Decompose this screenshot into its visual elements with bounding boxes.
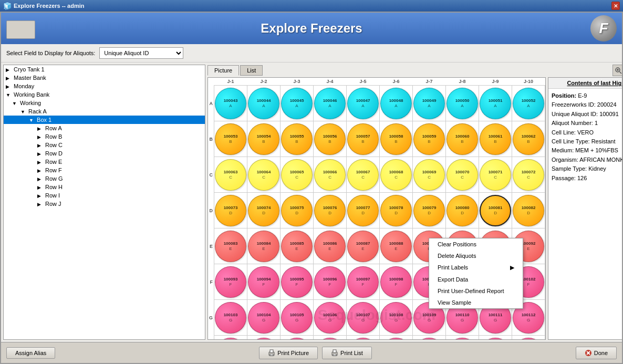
tree-item-rack-a[interactable]: ▼ Rack A	[4, 107, 205, 116]
aliquot-circle[interactable]: 100059B	[413, 123, 445, 155]
grid-cell[interactable]: 100072C	[512, 157, 545, 193]
tree-item-row-b[interactable]: ▶ Row B	[4, 132, 205, 141]
grid-cell[interactable]: 100116H	[314, 336, 347, 340]
grid-cell[interactable]: 100086E	[314, 228, 347, 264]
grid-cell[interactable]: 100113H	[214, 336, 247, 340]
aliquot-circle[interactable]: 100053B	[215, 123, 246, 155]
tab-list[interactable]: List	[240, 65, 263, 76]
aliquot-circle[interactable]: 100080D	[447, 195, 478, 226]
grid-cell[interactable]: 100066C	[314, 157, 347, 193]
tree-item-working-bank[interactable]: ▼ Working Bank	[4, 90, 205, 99]
grid-cell[interactable]: 100063C	[214, 157, 247, 193]
grid-cell[interactable]: 100093F	[214, 264, 247, 300]
tree-item-row-h[interactable]: ▶ Row H	[4, 183, 205, 191]
context-export-data[interactable]: Export Data	[429, 274, 523, 285]
grid-cell[interactable]: 100117H	[347, 336, 380, 340]
aliquot-circle[interactable]: 100097F	[347, 266, 379, 298]
aliquot-circle[interactable]: 100045A	[281, 88, 313, 119]
grid-cell[interactable]: 100067C	[347, 157, 380, 193]
print-list-button[interactable]: Print List	[322, 347, 372, 359]
grid-cell[interactable]: 100077D	[347, 193, 380, 228]
aliquot-circle[interactable]: 100081D	[480, 195, 511, 226]
aliquot-circle[interactable]: 100071C	[480, 159, 511, 191]
grid-cell[interactable]: 100114H	[247, 336, 281, 340]
aliquot-circle[interactable]: 100122H	[513, 338, 544, 340]
grid-cell[interactable]: 100061B	[479, 121, 512, 157]
tree-item-row-f[interactable]: ▶ Row F	[4, 166, 205, 174]
grid-cell[interactable]: 100071C	[479, 157, 512, 193]
field-selector-dropdown[interactable]: Unique Aliquot ID Sample ID Cell Line Pa…	[99, 47, 183, 59]
tree-item-row-g[interactable]: ▶ Row G	[4, 174, 205, 183]
aliquot-circle[interactable]: 100121H	[480, 338, 511, 340]
print-picture-button[interactable]: Print Picture	[259, 347, 318, 359]
grid-cell[interactable]: 100118H	[380, 336, 413, 340]
grid-cell[interactable]: 100052A	[512, 86, 545, 121]
grid-cell[interactable]: 100047A	[347, 86, 380, 121]
tree-item-row-d[interactable]: ▶ Row D	[4, 149, 205, 158]
aliquot-circle[interactable]: 100095F	[281, 266, 313, 298]
grid-cell[interactable]: 100083E	[214, 228, 247, 264]
grid-cell[interactable]: 100081D	[479, 193, 512, 228]
grid-cell[interactable]: 100094F	[247, 264, 281, 300]
aliquot-circle[interactable]: 100116H	[314, 338, 346, 340]
aliquot-circle[interactable]: 100094F	[248, 266, 279, 298]
aliquot-circle[interactable]: 100063C	[215, 159, 246, 191]
assign-alias-button[interactable]: Assign Alias	[6, 347, 55, 359]
context-print-labels[interactable]: Print Labels▶	[429, 262, 523, 274]
aliquot-circle[interactable]: 100083E	[215, 231, 246, 262]
aliquot-circle[interactable]: 100070C	[447, 159, 478, 191]
aliquot-circle[interactable]: 100086E	[314, 231, 346, 262]
aliquot-circle[interactable]: 100096F	[314, 266, 346, 298]
grid-cell[interactable]: 100062B	[512, 121, 545, 157]
grid-cell[interactable]: 100048A	[380, 86, 413, 121]
aliquot-circle[interactable]: 100069C	[413, 159, 445, 191]
aliquot-circle[interactable]: 100044A	[248, 88, 279, 119]
grid-cell[interactable]: 100054B	[247, 121, 281, 157]
grid-cell[interactable]: 100059B	[413, 121, 446, 157]
grid-cell[interactable]: 100082D	[512, 193, 545, 228]
context-view-sample[interactable]: View Sample	[429, 297, 523, 308]
aliquot-circle[interactable]: 100082D	[513, 195, 544, 226]
aliquot-circle[interactable]: 100055B	[281, 123, 313, 155]
grid-cell[interactable]: 100068C	[380, 157, 413, 193]
aliquot-circle[interactable]: 100067C	[347, 159, 379, 191]
grid-cell[interactable]: 100045A	[281, 86, 314, 121]
grid-cell[interactable]: 100105G	[281, 300, 314, 336]
grid-cell[interactable]: 100078D	[380, 193, 413, 228]
aliquot-circle[interactable]: 100103G	[215, 302, 246, 334]
aliquot-circle[interactable]: 100077D	[347, 195, 379, 226]
aliquot-circle[interactable]: 100072C	[513, 159, 544, 191]
aliquot-circle[interactable]: 100098F	[380, 266, 412, 298]
grid-cell[interactable]: 100079D	[413, 193, 446, 228]
grid-cell[interactable]: 100055B	[281, 121, 314, 157]
grid-cell[interactable]: 100097F	[347, 264, 380, 300]
aliquot-circle[interactable]: 100054B	[248, 123, 279, 155]
zoom-in-button[interactable]	[612, 65, 622, 76]
tree-item-box-1[interactable]: ▼ Box 1	[4, 116, 205, 124]
aliquot-circle[interactable]: 100105G	[281, 302, 313, 334]
aliquot-circle[interactable]: 100052A	[513, 88, 544, 119]
tree-item-row-j[interactable]: ▶ Row J	[4, 200, 205, 208]
aliquot-circle[interactable]: 100076D	[314, 195, 346, 226]
tree-item-row-c[interactable]: ▶ Row C	[4, 141, 205, 149]
aliquot-circle[interactable]: 100108G	[380, 302, 412, 334]
grid-cell[interactable]: 100108G	[380, 300, 413, 336]
tree-item-monday[interactable]: ▶ Monday	[4, 82, 205, 90]
grid-cell[interactable]: 100044A	[247, 86, 281, 121]
grid-cell[interactable]: 100080D	[446, 193, 479, 228]
grid-cell[interactable]: 100121H	[479, 336, 512, 340]
grid-cell[interactable]: 100085E	[281, 228, 314, 264]
aliquot-circle[interactable]: 100088E	[380, 231, 412, 262]
context-print-report[interactable]: Print User-Defined Report	[429, 285, 523, 297]
grid-cell[interactable]: 100075D	[281, 193, 314, 228]
grid-cell[interactable]: 100107G	[347, 300, 380, 336]
grid-cell[interactable]: 100120H	[446, 336, 479, 340]
grid-cell[interactable]: 100051A	[479, 86, 512, 121]
aliquot-circle[interactable]: 100104G	[248, 302, 279, 334]
grid-cell[interactable]: 100057B	[347, 121, 380, 157]
grid-cell[interactable]: 100119H	[413, 336, 446, 340]
grid-cell[interactable]: 100046A	[314, 86, 347, 121]
tree-panel[interactable]: ▶ Cryo Tank 1 ▶ Master Bank ▶ Monday ▼ W…	[3, 65, 205, 340]
tree-item-working[interactable]: ▼ Working	[4, 99, 205, 107]
grid-cell[interactable]: 100058B	[380, 121, 413, 157]
